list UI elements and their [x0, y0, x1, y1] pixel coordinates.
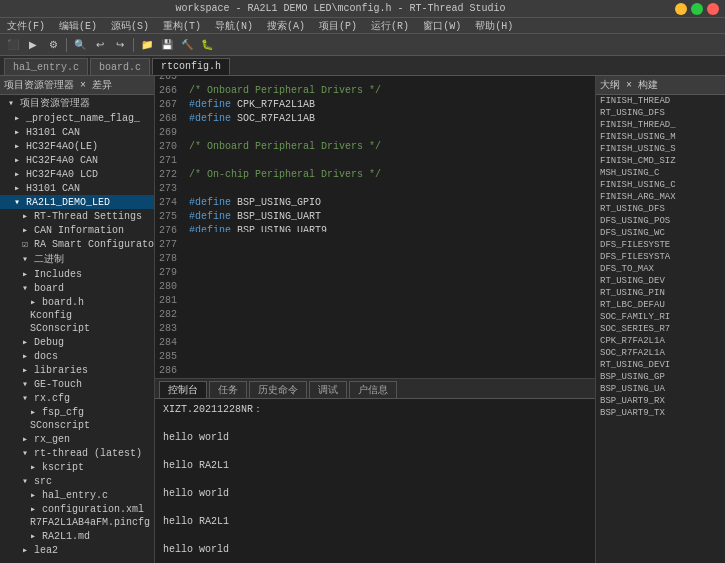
menu-item[interactable]: 窗口(W): [420, 19, 464, 33]
right-item-22[interactable]: RT_USING_DEVI: [596, 359, 725, 371]
title-bar: workspace - RA2L1 DEMO LED\mconfig.h - R…: [0, 0, 725, 18]
toolbar-btn-9[interactable]: 🔨: [178, 36, 196, 54]
right-item-2[interactable]: FINISH_THREAD_: [596, 119, 725, 131]
sidebar-item-0[interactable]: ▾ 项目资源管理器: [0, 95, 154, 111]
menu-item[interactable]: 文件(F): [4, 19, 48, 33]
sidebar-item-6[interactable]: ▸ H3101 CAN: [0, 181, 154, 195]
editor-tab-2[interactable]: rtconfig.h: [152, 58, 230, 75]
sidebar-item-20[interactable]: ▾ GE-Touch: [0, 377, 154, 391]
right-item-0[interactable]: FINISH_THREAD: [596, 95, 725, 107]
right-item-12[interactable]: DFS_FILESYSTE: [596, 239, 725, 251]
right-item-24[interactable]: BSP_USING_UA: [596, 383, 725, 395]
menu-item[interactable]: 导航(N): [212, 19, 256, 33]
right-item-6[interactable]: MSH_USING_C: [596, 167, 725, 179]
toolbar-btn-4[interactable]: 🔍: [71, 36, 89, 54]
right-item-11[interactable]: DFS_USING_WC: [596, 227, 725, 239]
close-btn[interactable]: [707, 3, 719, 15]
sidebar-item-7[interactable]: ▾ RA2L1_DEMO_LED: [0, 195, 154, 209]
right-item-19[interactable]: SOC_SERIES_R7: [596, 323, 725, 335]
menu-item[interactable]: 重构(T): [160, 19, 204, 33]
terminal-line: hello world: [163, 543, 587, 557]
toolbar-btn-2[interactable]: ▶: [24, 36, 42, 54]
right-item-15[interactable]: RT_USING_DEV: [596, 275, 725, 287]
right-item-17[interactable]: RT_LBC_DEFAU: [596, 299, 725, 311]
code-editor[interactable]: 2552562572582592602612622632642652662672…: [155, 76, 595, 378]
sidebar-item-23[interactable]: SConscript: [0, 419, 154, 432]
sidebar-item-4[interactable]: ▸ HC32F4A0 CAN: [0, 153, 154, 167]
toolbar-btn-8[interactable]: 💾: [158, 36, 176, 54]
right-item-16[interactable]: RT_USING_PIN: [596, 287, 725, 299]
menu-item[interactable]: 项目(P): [316, 19, 360, 33]
right-item-18[interactable]: SOC_FAMILY_RI: [596, 311, 725, 323]
bottom-tab-1[interactable]: 任务: [209, 381, 247, 398]
sidebar-item-18[interactable]: ▸ docs: [0, 349, 154, 363]
right-item-14[interactable]: DFS_TO_MAX: [596, 263, 725, 275]
editor-tab-1[interactable]: board.c: [90, 58, 150, 75]
right-item-25[interactable]: BSP_UART9_RX: [596, 395, 725, 407]
title-bar-text: workspace - RA2L1 DEMO LED\mconfig.h - R…: [6, 3, 675, 14]
toolbar-btn-1[interactable]: ⬛: [4, 36, 22, 54]
bottom-tab-3[interactable]: 调试: [309, 381, 347, 398]
maximize-btn[interactable]: [691, 3, 703, 15]
toolbar-btn-5[interactable]: ↩: [91, 36, 109, 54]
sidebar-item-1[interactable]: ▸ _project_name_flag_: [0, 111, 154, 125]
sidebar-item-8[interactable]: ▸ RT-Thread Settings: [0, 209, 154, 223]
sidebar-item-25[interactable]: ▾ rt-thread (latest): [0, 446, 154, 460]
bottom-tab-0[interactable]: 控制台: [159, 381, 207, 398]
menu-item[interactable]: 帮助(H): [472, 19, 516, 33]
toolbar: ⬛ ▶ ⚙ 🔍 ↩ ↪ 📁 💾 🔨 🐛: [0, 34, 725, 56]
right-item-8[interactable]: FINISH_ARG_MAX: [596, 191, 725, 203]
sidebar-item-27[interactable]: ▾ src: [0, 474, 154, 488]
sidebar-item-12[interactable]: ▸ Includes: [0, 267, 154, 281]
bottom-tab-4[interactable]: 户信息: [349, 381, 397, 398]
sidebar-item-28[interactable]: ▸ hal_entry.c: [0, 488, 154, 502]
sidebar-item-2[interactable]: ▸ H3101 CAN: [0, 125, 154, 139]
toolbar-btn-10[interactable]: 🐛: [198, 36, 216, 54]
sidebar-item-26[interactable]: ▸ kscript: [0, 460, 154, 474]
right-item-23[interactable]: BSP_USING_GP: [596, 371, 725, 383]
sidebar-item-13[interactable]: ▾ board: [0, 281, 154, 295]
menu-item[interactable]: 运行(R): [368, 19, 412, 33]
right-item-10[interactable]: DFS_USING_POS: [596, 215, 725, 227]
right-item-1[interactable]: RT_USING_DFS: [596, 107, 725, 119]
sidebar-item-17[interactable]: ▸ Debug: [0, 335, 154, 349]
sidebar-item-16[interactable]: SConscript: [0, 322, 154, 335]
editor-tab-0[interactable]: hal_entry.c: [4, 58, 88, 75]
right-item-26[interactable]: BSP_UART9_TX: [596, 407, 725, 419]
right-item-13[interactable]: DFS_FILESYSTA: [596, 251, 725, 263]
sidebar-item-9[interactable]: ▸ CAN Information: [0, 223, 154, 237]
right-item-20[interactable]: CPK_R7FA2L1A: [596, 335, 725, 347]
sidebar-item-21[interactable]: ▾ rx.cfg: [0, 391, 154, 405]
sidebar-item-15[interactable]: Kconfig: [0, 309, 154, 322]
sidebar-item-30[interactable]: R7FA2L1AB4aFM.pincfg: [0, 516, 154, 529]
toolbar-btn-7[interactable]: 📁: [138, 36, 156, 54]
sidebar-item-29[interactable]: ▸ configuration.xml: [0, 502, 154, 516]
right-panel: 大纲 × 构建 FINISH_THREADRT_USING_DFSFINISH_…: [595, 76, 725, 563]
right-item-9[interactable]: RT_USING_DFS: [596, 203, 725, 215]
toolbar-btn-6[interactable]: ↪: [111, 36, 129, 54]
right-item-7[interactable]: FINISH_USING_C: [596, 179, 725, 191]
sidebar-item-22[interactable]: ▸ fsp_cfg: [0, 405, 154, 419]
code-content: /* end of Signal IO */ /* Uncategorized …: [185, 76, 595, 232]
sidebar-item-5[interactable]: ▸ HC32F4A0 LCD: [0, 167, 154, 181]
right-item-4[interactable]: FINISH_USING_S: [596, 143, 725, 155]
sidebar-item-24[interactable]: ▸ rx_gen: [0, 432, 154, 446]
menu-item[interactable]: 编辑(E): [56, 19, 100, 33]
terminal-line: hello RA2L1: [163, 515, 587, 529]
sidebar-item-19[interactable]: ▸ libraries: [0, 363, 154, 377]
sidebar-item-31[interactable]: ▸ RA2L1.md: [0, 529, 154, 543]
sidebar-item-32[interactable]: ▸ lea2: [0, 543, 154, 557]
sidebar-item-10[interactable]: ☑ RA Smart Configurator: [0, 237, 154, 251]
sidebar-item-3[interactable]: ▸ HC32F4AO(LE): [0, 139, 154, 153]
minimize-btn[interactable]: [675, 3, 687, 15]
menu-item[interactable]: 源码(S): [108, 19, 152, 33]
menu-item[interactable]: 搜索(A): [264, 19, 308, 33]
right-item-3[interactable]: FINISH_USING_M: [596, 131, 725, 143]
sidebar-item-11[interactable]: ▾ 二进制: [0, 251, 154, 267]
right-item-5[interactable]: FINISH_CMD_SIZ: [596, 155, 725, 167]
terminal[interactable]: XIZT.20211228NR：hello worldhello RA2L1he…: [155, 399, 595, 563]
sidebar-item-14[interactable]: ▸ board.h: [0, 295, 154, 309]
toolbar-btn-3[interactable]: ⚙: [44, 36, 62, 54]
bottom-tab-2[interactable]: 历史命令: [249, 381, 307, 398]
right-item-21[interactable]: SOC_R7FA2L1A: [596, 347, 725, 359]
